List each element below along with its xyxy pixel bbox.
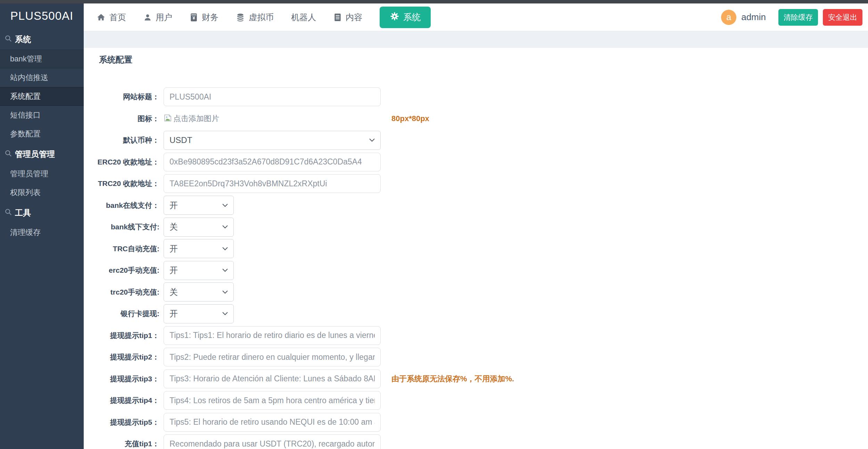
sidebar-item-label: 参数配置 — [10, 129, 41, 139]
form-row-withdraw-tip4: 提现提示tip4： — [84, 390, 868, 412]
withdraw-tip4-input[interactable] — [164, 391, 381, 410]
main-nav: 首页用户¥财务虚拟币机器人内容系统 — [97, 7, 445, 28]
select-value: 开 — [170, 243, 178, 254]
sidebar-item-label: 短信接口 — [10, 110, 41, 120]
trc20-address-input[interactable] — [164, 174, 381, 193]
erc20-address-input[interactable] — [164, 153, 381, 171]
form-row-trc20-manual: trc20手动充值:关 — [84, 281, 868, 303]
field-label: TRC20 收款地址： — [84, 179, 164, 188]
field-label: 网站标题： — [84, 92, 164, 102]
sidebar-item-sms-api[interactable]: 短信接口 — [0, 106, 84, 125]
select-value: 开 — [170, 200, 178, 211]
form-row-erc20-address: ERC20 收款地址： — [84, 151, 868, 173]
chevron-down-icon — [369, 138, 375, 142]
avatar[interactable]: a — [721, 10, 736, 25]
default-currency-select[interactable]: USDT — [164, 131, 381, 150]
trc-auto-recharge-select[interactable]: 开 — [164, 239, 234, 258]
sidebar-item-site-message[interactable]: 站内信推送 — [0, 68, 84, 87]
logout-button[interactable]: 安全退出 — [823, 9, 862, 26]
withdraw-tip3-input[interactable] — [164, 370, 381, 388]
nav-item-finance[interactable]: ¥财务 — [190, 12, 218, 23]
sidebar-item-label: 站内信推送 — [10, 73, 48, 83]
sidebar-item-param-config[interactable]: 参数配置 — [0, 125, 84, 143]
chevron-down-icon — [222, 225, 228, 229]
upload-hint-text: 点击添加图片 — [173, 113, 219, 124]
gear-icon — [390, 11, 399, 23]
system-config-form: 网站标题：图标：点击添加图片80px*80px默认币种：USDTERC20 收款… — [84, 86, 868, 449]
sidebar-item-perm-list[interactable]: 权限列表 — [0, 183, 84, 202]
select-value: 关 — [170, 221, 178, 232]
chevron-down-icon — [222, 247, 228, 251]
search-icon — [5, 208, 12, 218]
site-icon-note: 80px*80px — [391, 114, 429, 123]
chevron-down-icon — [222, 290, 228, 294]
withdraw-tip1-input[interactable] — [164, 326, 381, 345]
form-row-bank-online-pay: bank在线支付：开 — [84, 195, 868, 217]
select-value: 关 — [170, 287, 178, 298]
erc20-manual-select[interactable]: 开 — [164, 261, 234, 280]
sidebar-section-title: 管理员管理 — [15, 149, 55, 160]
sidebar-item-bank-manage[interactable]: bank管理 — [0, 50, 84, 68]
app-logo: PLUS500AI — [0, 3, 84, 28]
field-label: ERC20 收款地址： — [84, 157, 164, 167]
search-icon — [5, 35, 12, 44]
main-content: 系统配置 网站标题：图标：点击添加图片80px*80px默认币种：USDTERC… — [84, 48, 868, 449]
sidebar-item-admin-manage[interactable]: 管理员管理 — [0, 164, 84, 183]
field-label: 提现提示tip4： — [84, 396, 164, 405]
form-row-withdraw-tip3: 提现提示tip3：由于系统原无法保存%，不用添加%. — [84, 368, 868, 390]
page-title: 系统配置 — [99, 54, 868, 65]
field-label: 提现提示tip3： — [84, 374, 164, 384]
select-value: 开 — [170, 308, 178, 319]
site-icon-upload[interactable]: 点击添加图片 — [164, 113, 219, 124]
content-icon — [333, 13, 342, 22]
site-title-input[interactable] — [164, 87, 381, 106]
form-row-default-currency: 默认币种：USDT — [84, 129, 868, 151]
sidebar-item-label: bank管理 — [10, 54, 42, 64]
field-label: bank线下支付: — [84, 222, 164, 232]
nav-item-home[interactable]: 首页 — [97, 12, 126, 23]
sidebar-section-0[interactable]: 系统 — [0, 28, 84, 50]
chevron-down-icon — [222, 269, 228, 272]
nav-right: a admin 清除缓存 安全退出 — [721, 9, 862, 26]
admin-username[interactable]: admin — [741, 12, 766, 23]
sidebar-item-label: 系统配置 — [10, 91, 41, 102]
field-label: 提现提示tip1： — [84, 331, 164, 340]
field-label: 充值tip1： — [84, 439, 164, 449]
nav-item-crypto[interactable]: 虚拟币 — [236, 12, 274, 23]
recharge-tip1-input[interactable] — [164, 434, 381, 449]
clear-cache-button[interactable]: 清除缓存 — [778, 9, 818, 26]
nav-item-system[interactable]: 系统 — [380, 7, 431, 28]
sidebar-item-system-config[interactable]: 系统配置 — [0, 87, 84, 106]
field-label: 图标： — [84, 114, 164, 124]
bank-online-pay-select[interactable]: 开 — [164, 196, 234, 215]
nav-item-label: 内容 — [346, 12, 362, 23]
search-icon — [5, 150, 12, 159]
field-label: erc20手动充值: — [84, 265, 164, 275]
nav-item-contentm[interactable]: 内容 — [333, 12, 362, 23]
svg-text:¥: ¥ — [192, 15, 195, 20]
finance-icon: ¥ — [190, 13, 198, 22]
form-row-bank-offline-pay: bank线下支付:关 — [84, 216, 868, 238]
form-row-site-icon: 图标：点击添加图片80px*80px — [84, 108, 868, 130]
nav-item-users[interactable]: 用户 — [143, 12, 172, 23]
sidebar-item-label: 清理缓存 — [10, 227, 41, 238]
form-row-bankcard-withdraw: 银行卡提现:开 — [84, 303, 868, 325]
withdraw-tip3-note: 由于系统原无法保存%，不用添加%. — [391, 374, 514, 384]
field-label: 银行卡提现: — [84, 309, 164, 319]
sidebar-item-clean-cache[interactable]: 清理缓存 — [0, 223, 84, 242]
bank-offline-pay-select[interactable]: 关 — [164, 218, 234, 237]
trc20-manual-select[interactable]: 关 — [164, 282, 234, 302]
bankcard-withdraw-select[interactable]: 开 — [164, 304, 234, 323]
form-row-erc20-manual: erc20手动充值:开 — [84, 260, 868, 281]
sidebar-section-2[interactable]: 工具 — [0, 202, 84, 223]
withdraw-tip5-input[interactable] — [164, 413, 381, 432]
withdraw-tip2-input[interactable] — [164, 348, 381, 366]
nav-item-label: 财务 — [202, 12, 218, 23]
nav-item-robot[interactable]: 机器人 — [291, 12, 316, 23]
select-value: USDT — [170, 135, 192, 145]
nav-item-label: 虚拟币 — [249, 12, 274, 23]
home-icon — [97, 13, 106, 22]
sidebar-section-1[interactable]: 管理员管理 — [0, 143, 84, 164]
form-row-withdraw-tip1: 提现提示tip1： — [84, 325, 868, 347]
field-label: trc20手动充值: — [84, 287, 164, 297]
